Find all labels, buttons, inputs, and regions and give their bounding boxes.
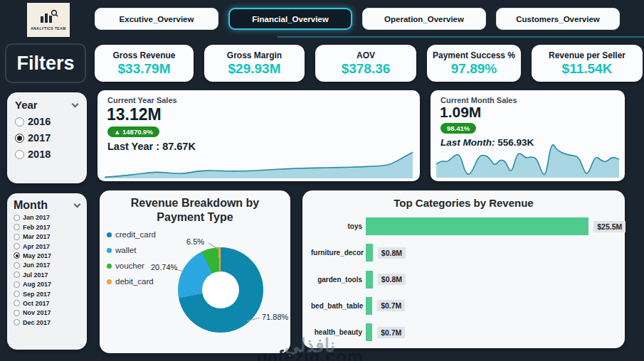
month-option-label: Apr 2017 (23, 243, 50, 250)
legend-label: debit_card (115, 277, 154, 286)
tab-financial-overview[interactable]: Financial_Overview (228, 8, 352, 30)
month-sales-sparkline-chart (436, 139, 619, 178)
bar-track: $0.7M (366, 297, 616, 315)
kpi-value: 97.89% (451, 61, 497, 77)
year-option-2016[interactable]: 2016 (15, 116, 80, 127)
kpi-value: $29.93M (228, 61, 281, 77)
radio-unselected-icon (14, 234, 20, 240)
month-filter-card: Month Jan 2017Feb 2017Mar 2017Apr 2017Ma… (7, 193, 87, 350)
month-option-label: May 2017 (23, 252, 51, 259)
year-option-2017[interactable]: 2017 (15, 132, 80, 144)
legend-item-credit-card[interactable]: credit_card (107, 230, 156, 239)
legend-item-voucher[interactable]: voucher (107, 262, 156, 270)
month-option-aug-2017[interactable]: Aug 2017 (14, 281, 83, 288)
bar-toys[interactable] (366, 217, 588, 235)
radio-unselected-icon (14, 262, 20, 269)
bar-track: $0.8M (366, 271, 616, 289)
year-options: 201620172018 (15, 116, 80, 160)
year-growth-badge: ▲ 14870.9% (107, 126, 159, 137)
bar-chart-title: Top Categories by Revenue (302, 197, 625, 209)
month-option-feb-2017[interactable]: Feb 2017 (14, 224, 83, 231)
radio-unselected-icon (14, 215, 20, 221)
legend-label: voucher (115, 262, 144, 270)
month-option-label: Jul 2017 (23, 271, 48, 279)
bar-row-toys: toys$25.5M (311, 217, 616, 235)
kpi-title: Revenue per Seller (549, 50, 625, 60)
bar-chart-magnifier-icon (38, 9, 58, 25)
kpi-card-gross-revenue: Gross Revenue$33.79M (95, 45, 194, 82)
dashboard: ANALYTICS TEAM Excutive_OverviewFinancia… (0, 0, 644, 361)
revenue-breakdown-card: Revenue Breakdown by Payment Type credit… (100, 190, 290, 353)
month-option-jun-2017[interactable]: Jun 2017 (14, 262, 83, 269)
month-option-sep-2017[interactable]: Sep 2017 (14, 291, 83, 298)
tab-customers-overview[interactable]: Customers_Overview (496, 8, 620, 30)
legend-item-wallet[interactable]: wallet (107, 246, 156, 254)
month-option-label: Nov 2017 (23, 309, 51, 316)
year-option-label: 2018 (28, 149, 51, 160)
year-option-2018[interactable]: 2018 (15, 149, 80, 160)
year-filter-card: Year 201620172018 (7, 92, 87, 183)
current-year-sales-card: Current Year Sales 13.12M ▲ 14870.9% Las… (97, 90, 420, 181)
month-option-apr-2017[interactable]: Apr 2017 (14, 243, 83, 250)
legend-dot-icon (107, 248, 112, 253)
bar-track: $25.5M (366, 217, 616, 235)
month-option-label: Aug 2017 (23, 281, 51, 288)
wallet-percent-callout: 20.74% (151, 263, 177, 271)
kpi-title: Gross Revenue (112, 50, 175, 60)
month-sales-value: 1.09M (440, 104, 481, 121)
bar-row-furniture-decor: furniture_decor$0.8M (311, 244, 616, 262)
year-sales-sparkline-chart (105, 150, 413, 178)
bar-garden-tools[interactable] (366, 271, 373, 289)
kpi-value: $11.54K (562, 61, 613, 77)
nav-tabs: Excutive_OverviewFinancial_OverviewOpera… (95, 8, 620, 30)
month-option-oct-2017[interactable]: Oct 2017 (14, 300, 83, 307)
bar-value-label: $0.7M (377, 300, 405, 311)
month-option-mar-2017[interactable]: Mar 2017 (14, 233, 83, 240)
bar-health-beauty[interactable] (366, 323, 372, 341)
month-filter-label: Month (14, 199, 48, 212)
bar-chart-rows: toys$25.5Mfurniture_decor$0.8Mgarden_too… (311, 217, 616, 341)
kpi-card-payment-success-: Payment Success %97.89% (427, 45, 521, 82)
bar-row-health-beauty: health_beauty$0.7M (311, 323, 616, 341)
bar-value-label: $0.8M (378, 247, 406, 259)
bar-furniture-decor[interactable] (366, 244, 373, 262)
kpi-card-revenue-per-seller: Revenue per Seller$11.54K (532, 45, 643, 82)
radio-unselected-icon (14, 281, 20, 288)
bar-value-label: $25.5M (593, 221, 625, 232)
radio-unselected-icon (14, 243, 20, 249)
radio-unselected-icon (15, 150, 24, 159)
filters-title: Filters (16, 53, 74, 75)
chevron-down-icon[interactable] (74, 201, 81, 208)
month-option-nov-2017[interactable]: Nov 2017 (14, 309, 83, 316)
analytics-team-logo: ANALYTICS TEAM (27, 3, 70, 37)
legend-item-debit-card[interactable]: debit_card (107, 277, 156, 286)
bar-bed-bath-table[interactable] (366, 297, 372, 315)
month-option-label: Mar 2017 (23, 233, 51, 240)
radio-selected-icon (14, 252, 20, 259)
current-month-sales-card: Current Month Sales 1.09M 98.41% Last Mo… (431, 90, 625, 181)
month-option-may-2017[interactable]: May 2017 (14, 252, 83, 259)
tab-operation-overview[interactable]: Operation_Overview (362, 8, 486, 30)
radio-unselected-icon (14, 271, 20, 278)
radio-unselected-icon (14, 319, 20, 325)
month-option-jan-2017[interactable]: Jan 2017 (14, 214, 83, 221)
chevron-down-icon[interactable] (72, 100, 79, 107)
tab-excutive-overview[interactable]: Excutive_Overview (95, 8, 218, 30)
bar-category-label: garden_tools (311, 276, 362, 284)
month-options: Jan 2017Feb 2017Mar 2017Apr 2017May 2017… (14, 214, 83, 325)
filters-title-box: Filters (5, 43, 86, 83)
month-option-jul-2017[interactable]: Jul 2017 (14, 271, 83, 279)
legend-dot-icon (107, 264, 112, 269)
bar-track: $0.7M (366, 323, 616, 341)
year-sales-value: 13.12M (107, 105, 162, 124)
month-option-label: Jun 2017 (23, 262, 51, 269)
bar-track: $0.8M (366, 244, 616, 262)
bar-category-label: bed_bath_table (311, 302, 362, 310)
bar-value-label: $0.8M (378, 274, 406, 285)
month-option-dec-2017[interactable]: Dec 2017 (14, 319, 83, 326)
kpi-title: Gross Margin (227, 50, 282, 60)
month-option-label: Dec 2017 (23, 319, 51, 326)
month-option-label: Oct 2017 (23, 300, 50, 307)
bar-category-label: health_beauty (311, 328, 362, 336)
kpi-value: $378.36 (342, 61, 391, 77)
